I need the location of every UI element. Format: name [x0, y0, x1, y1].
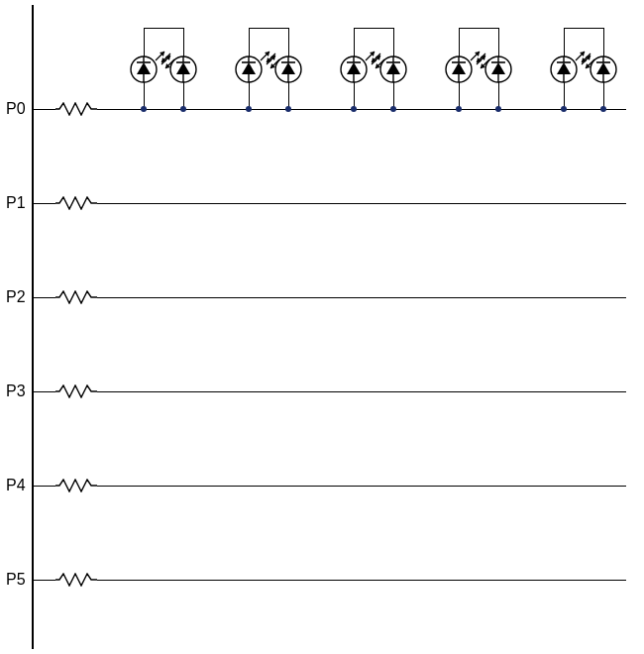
wire-rail	[97, 486, 626, 487]
pin-label-p2: P2	[6, 289, 26, 305]
junction-node	[456, 106, 462, 112]
wire-bus-to-resistor	[32, 391, 55, 392]
wire-rail	[97, 203, 626, 204]
wire-rail	[97, 580, 626, 581]
photodiode-receive-arrows-icon	[574, 49, 597, 72]
photodiode-receive-arrows-icon	[259, 49, 282, 72]
junction-node	[180, 106, 186, 112]
junction-node	[600, 106, 606, 112]
wire-rail	[97, 109, 626, 110]
junction-node	[495, 106, 501, 112]
pin-label-p5: P5	[6, 572, 26, 588]
module-top-wire	[354, 28, 393, 29]
photodiode-receive-arrows-icon	[154, 49, 177, 72]
module-vwire	[393, 82, 394, 109]
pin-label-p3: P3	[6, 383, 26, 399]
svg-marker-39	[347, 62, 361, 74]
module-vwire	[249, 28, 250, 56]
vertical-bus	[32, 5, 34, 649]
svg-marker-26	[281, 62, 295, 74]
wire-bus-to-resistor	[32, 580, 55, 581]
svg-marker-57	[452, 62, 466, 74]
wire-bus-to-resistor	[32, 297, 55, 298]
svg-marker-44	[386, 62, 400, 74]
svg-marker-3	[137, 62, 151, 74]
junction-node	[285, 106, 291, 112]
module-top-wire	[249, 28, 288, 29]
module-vwire	[144, 82, 145, 109]
wire-bus-to-resistor	[32, 486, 55, 487]
svg-marker-62	[491, 62, 505, 74]
module-vwire	[144, 28, 145, 56]
module-vwire	[498, 82, 499, 109]
junction-node	[351, 106, 357, 112]
module-vwire	[354, 82, 355, 109]
module-vwire	[288, 82, 289, 109]
module-vwire	[603, 28, 604, 56]
module-vwire	[354, 28, 355, 56]
resistor-p4	[55, 479, 97, 492]
wire-bus-to-resistor	[32, 109, 55, 110]
module-vwire	[393, 28, 394, 56]
module-vwire	[498, 28, 499, 56]
pin-label-p4: P4	[6, 478, 26, 493]
module-top-wire	[459, 28, 498, 29]
resistor-p3	[55, 384, 97, 398]
resistor-p1	[55, 196, 97, 210]
photodiode-receive-arrows-icon	[469, 49, 492, 72]
module-vwire	[288, 28, 289, 56]
junction-node	[141, 106, 147, 112]
svg-marker-75	[557, 62, 571, 74]
pin-label-p0: P0	[6, 101, 26, 117]
module-vwire	[603, 82, 604, 109]
module-vwire	[564, 28, 565, 56]
module-top-wire	[564, 28, 603, 29]
svg-marker-8	[176, 62, 190, 74]
resistor-p0	[55, 102, 97, 116]
photodiode-receive-arrows-icon	[364, 49, 387, 72]
wire-bus-to-resistor	[32, 203, 55, 204]
junction-node	[390, 106, 396, 112]
module-vwire	[459, 82, 460, 109]
resistor-p5	[55, 573, 97, 587]
svg-marker-80	[596, 62, 610, 74]
junction-node	[561, 106, 567, 112]
module-vwire	[459, 28, 460, 56]
module-vwire	[564, 82, 565, 109]
wire-rail	[97, 391, 626, 392]
wire-rail	[97, 297, 626, 298]
module-vwire	[183, 82, 184, 109]
junction-node	[246, 106, 252, 112]
module-vwire	[183, 28, 184, 56]
pin-label-p1: P1	[6, 195, 26, 211]
module-top-wire	[144, 28, 183, 29]
svg-marker-21	[242, 62, 256, 74]
resistor-p2	[55, 290, 97, 304]
module-vwire	[249, 82, 250, 109]
